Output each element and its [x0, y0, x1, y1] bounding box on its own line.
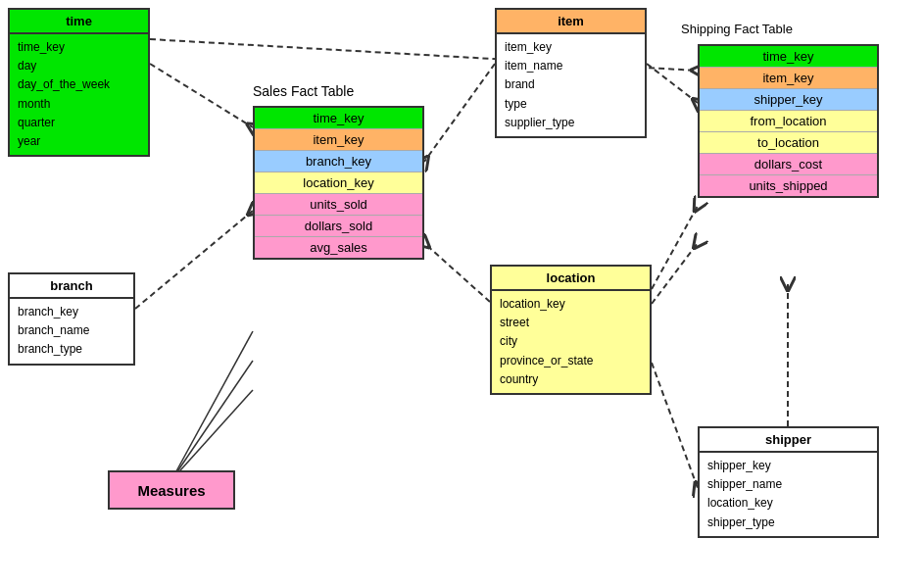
item-field-4: type: [505, 95, 637, 114]
ship-units-shipped: units_shipped: [700, 175, 877, 196]
time-field-3: day_of_the_week: [18, 75, 140, 94]
sales-location-key: location_key: [255, 172, 422, 194]
svg-line-11: [171, 361, 253, 480]
item-field-5: supplier_type: [505, 114, 637, 132]
measures-box: Measures: [108, 470, 235, 510]
item-table-content: item_key item_name brand type supplier_t…: [497, 34, 645, 136]
location-field-2: street: [500, 314, 642, 332]
svg-line-3: [424, 64, 495, 162]
ship-time-key: time_key: [700, 46, 877, 68]
svg-line-2: [135, 211, 253, 309]
item-field-3: brand: [505, 75, 637, 94]
svg-line-4: [647, 64, 698, 103]
shipper-field-4: shipper_type: [707, 514, 869, 532]
branch-table: branch branch_key branch_name branch_typ…: [8, 272, 135, 366]
time-field-2: day: [18, 57, 140, 75]
ship-shipper-key: shipper_key: [700, 89, 877, 111]
sales-avg-sales: avg_sales: [255, 237, 422, 258]
ship-item-key: item_key: [700, 68, 877, 89]
svg-line-0: [150, 64, 253, 127]
ship-to-location: to_location: [700, 132, 877, 154]
location-table-content: location_key street city province_or_sta…: [492, 291, 650, 393]
svg-line-5: [424, 243, 490, 302]
shipper-field-1: shipper_key: [707, 457, 869, 475]
sales-item-key: item_key: [255, 129, 422, 151]
location-field-5: country: [500, 370, 642, 389]
item-table-header: item: [497, 10, 645, 34]
shipper-field-2: shipper_name: [707, 475, 869, 494]
svg-line-10: [171, 331, 253, 480]
shipper-table-content: shipper_key shipper_name location_key sh…: [700, 453, 877, 536]
time-field-6: year: [18, 132, 140, 151]
measures-label: Measures: [137, 482, 205, 499]
location-table: location location_key street city provin…: [490, 265, 652, 395]
sales-fact-table: time_key item_key branch_key location_ke…: [253, 106, 424, 260]
shipper-field-3: location_key: [707, 494, 869, 513]
time-table: time time_key day day_of_the_week month …: [8, 8, 150, 157]
item-field-1: item_key: [505, 38, 637, 57]
shipping-fact-table: time_key item_key shipper_key from_locat…: [698, 44, 879, 198]
svg-line-6: [652, 206, 698, 289]
branch-table-content: branch_key branch_name branch_type: [10, 299, 133, 364]
sales-units-sold: units_sold: [255, 194, 422, 216]
location-field-1: location_key: [500, 295, 642, 314]
time-field-5: quarter: [18, 114, 140, 132]
location-table-header: location: [492, 267, 650, 291]
sales-branch-key: branch_key: [255, 151, 422, 172]
time-table-header: time: [10, 10, 148, 34]
branch-field-3: branch_type: [18, 340, 125, 359]
sales-time-key: time_key: [255, 108, 422, 129]
ship-dollars-cost: dollars_cost: [700, 154, 877, 175]
diagram-container: time time_key day day_of_the_week month …: [0, 0, 924, 588]
branch-field-1: branch_key: [18, 303, 125, 321]
branch-field-2: branch_name: [18, 321, 125, 340]
sales-dollars-sold: dollars_sold: [255, 216, 422, 237]
shipping-fact-label: Shipping Fact Table: [681, 22, 793, 36]
shipper-table: shipper shipper_key shipper_name locatio…: [698, 426, 879, 538]
sales-fact-label: Sales Fact Table: [253, 83, 354, 99]
item-field-2: item_name: [505, 57, 637, 75]
shipper-table-header: shipper: [700, 428, 877, 453]
item-table: item item_key item_name brand type suppl…: [495, 8, 647, 138]
location-field-3: city: [500, 332, 642, 351]
svg-line-9: [652, 363, 698, 488]
svg-line-7: [652, 243, 698, 304]
branch-table-header: branch: [10, 274, 133, 299]
time-table-content: time_key day day_of_the_week month quart…: [10, 34, 148, 155]
time-field-4: month: [18, 95, 140, 114]
svg-line-12: [171, 390, 253, 480]
time-field-1: time_key: [18, 38, 140, 57]
location-field-4: province_or_state: [500, 352, 642, 370]
ship-from-location: from_location: [700, 111, 877, 132]
